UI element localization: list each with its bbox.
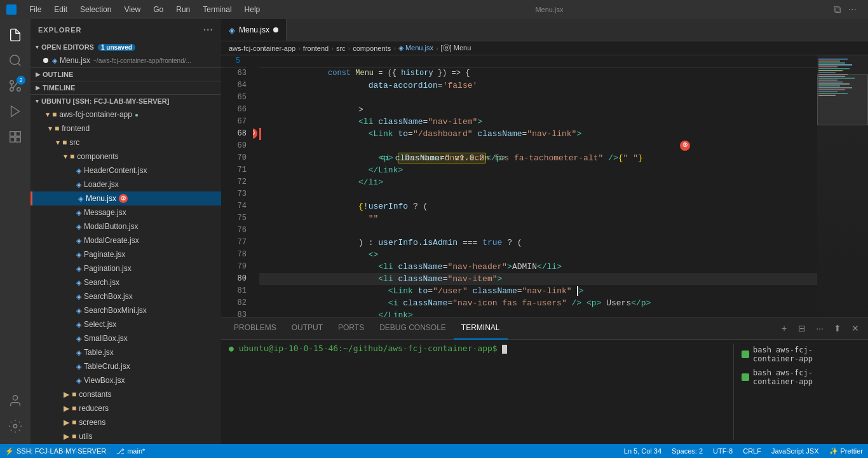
folder-constants[interactable]: ▶ ■ constants (31, 387, 221, 401)
jsx-icon: ◈ (76, 349, 81, 357)
file-SearchBoxMini[interactable]: ◈ SearchBoxMini.jsx (31, 303, 221, 317)
line-num-79: 79 (221, 261, 247, 273)
folder-name: aws-fcj-container-app (59, 110, 132, 119)
annotation-1: ① (253, 128, 257, 139)
filename: Menu.jsx (86, 194, 116, 203)
more-actions-btn[interactable]: ··· (848, 4, 857, 15)
tab-output[interactable]: OUTPUT (284, 317, 330, 340)
folder-frontend[interactable]: ▾ ■ frontend (31, 121, 221, 135)
status-encoding[interactable]: UTF-8 (708, 447, 738, 455)
svg-point-3 (10, 88, 14, 92)
open-editors-chevron: ▾ (36, 44, 39, 50)
bc-src[interactable]: src (336, 45, 346, 52)
line-num-71: 71 (221, 164, 247, 176)
jsx-icon: ◈ (76, 321, 81, 329)
remote-server-header[interactable]: ▾ UBUNTU [SSH: FCJ-LAB-MY-SERVER] (31, 95, 221, 108)
menu-edit[interactable]: Edit (49, 4, 72, 15)
folder-color-icon: ■ (72, 404, 76, 413)
tab-unsaved-dot (273, 27, 278, 32)
terminal-session-2[interactable]: bash aws-fcj-container-app (736, 366, 860, 388)
terminal-main[interactable]: ● ubuntu@ip-10-0-15-46:~/github/aws-fcj-… (229, 344, 728, 440)
menu-go[interactable]: Go (148, 4, 168, 15)
menu-help[interactable]: Help (240, 4, 266, 15)
line-num-65: 65 (221, 92, 247, 104)
folder-utils[interactable]: ▶ ■ utils (31, 429, 221, 443)
file-SearchBox[interactable]: ◈ SearchBox.jsx (31, 289, 221, 303)
tab-debug-console[interactable]: DEBUG CONSOLE (372, 317, 454, 340)
file-Loader[interactable]: ◈ Loader.jsx (31, 177, 221, 191)
file-Select[interactable]: ◈ Select.jsx (31, 317, 221, 331)
settings-activity-icon[interactable] (3, 413, 28, 439)
open-editor-menu-jsx[interactable]: ◈ Menu.jsx ~/aws-fcj-container-app/front… (31, 53, 221, 67)
bc-components[interactable]: components (353, 45, 391, 52)
bc-symbol[interactable]: [ⓔ] Menu (441, 43, 471, 53)
file-Message[interactable]: ◈ Message.jsx (31, 205, 221, 219)
extensions-activity-icon[interactable] (3, 124, 28, 149)
bc-frontend[interactable]: frontend (303, 45, 329, 52)
jsx-icon: ◈ (76, 307, 81, 315)
file-TableCrud[interactable]: ◈ TableCrud.jsx (31, 359, 221, 373)
split-editor-btn[interactable]: ⧉ (834, 4, 841, 15)
menu-run[interactable]: Run (171, 4, 195, 15)
tab-menu-jsx[interactable]: ◈ Menu.jsx (221, 19, 287, 41)
file-SmallBox[interactable]: ◈ SmallBox.jsx (31, 331, 221, 345)
file-HeaderContent[interactable]: ◈ HeaderContent.jsx (31, 163, 221, 177)
filename: ViewBox.jsx (84, 376, 125, 385)
split-terminal-btn[interactable]: ⊟ (794, 321, 810, 336)
new-terminal-btn[interactable]: + (776, 321, 792, 336)
folder-src[interactable]: ▾ ■ src (31, 135, 221, 149)
bc-app[interactable]: aws-fcj-container-app (229, 45, 295, 52)
file-Menu[interactable]: ◈ Menu.jsx ② (31, 191, 221, 205)
tab-terminal[interactable]: TERMINAL (454, 317, 508, 340)
terminal-session-1[interactable]: bash aws-fcj-container-app (736, 344, 860, 365)
close-panel-btn[interactable]: ✕ (848, 321, 863, 336)
jsx-icon: ◈ (76, 363, 81, 371)
menu-terminal[interactable]: Terminal (198, 4, 236, 15)
folder-components[interactable]: ▾ ■ components (31, 149, 221, 163)
tab-problems[interactable]: PROBLEMS (226, 317, 284, 340)
open-editors-header[interactable]: ▾ OPEN EDITORS 1 unsaved (31, 41, 221, 53)
code-editor[interactable]: 5 63 64 65 66 67 68 69 70 71 72 73 74 75… (221, 55, 868, 317)
search-activity-icon[interactable] (3, 48, 28, 73)
menu-selection[interactable]: Selection (75, 4, 116, 15)
menu-bar[interactable]: File Edit Selection View Go Run Terminal… (24, 4, 265, 15)
folder-reducers[interactable]: ▶ ■ reducers (31, 401, 221, 415)
status-formatter[interactable]: ✨ Prettier (824, 447, 868, 455)
file-Search[interactable]: ◈ Search.jsx (31, 275, 221, 289)
timeline-header[interactable]: ▶ TIMELINE (31, 81, 221, 95)
tab-ports[interactable]: PORTS (330, 317, 372, 340)
status-language[interactable]: JavaScript JSX (766, 447, 824, 455)
file-Pagination[interactable]: ◈ Pagination.jsx (31, 261, 221, 275)
menu-view[interactable]: View (119, 4, 146, 15)
file-Table[interactable]: ◈ Table.jsx (31, 345, 221, 359)
open-editor-path: ~/aws-fcj-container-app/frontend/... (93, 57, 191, 64)
explorer-activity-icon[interactable] (3, 22, 28, 48)
sidebar-more-btn[interactable]: ··· (203, 24, 214, 36)
bc-file[interactable]: ◈ Menu.jsx (398, 44, 433, 52)
file-icon: ◈ (52, 57, 57, 65)
editor-area: ◈ Menu.jsx aws-fcj-container-app › front… (221, 19, 868, 444)
run-debug-activity-icon[interactable] (3, 99, 28, 124)
menu-file[interactable]: File (24, 4, 46, 15)
file-Paginate[interactable]: ◈ Paginate.jsx (31, 247, 221, 261)
folder-color-icon: ■ (72, 432, 76, 441)
folder-aws-fcj[interactable]: ▾ ■ aws-fcj-container-app ● (31, 108, 221, 121)
session-icon-2 (742, 373, 749, 381)
status-branch-name[interactable]: ⎇ main* (111, 447, 150, 455)
status-eol[interactable]: CRLF (738, 447, 766, 455)
more-terminal-btn[interactable]: ··· (812, 321, 827, 336)
status-cursor[interactable]: Ln 5, Col 34 (619, 447, 667, 455)
code-content[interactable]: const Menu = ({ history }) => { data-acc… (253, 55, 817, 317)
status-remote[interactable]: ⚡ SSH: FCJ-LAB-MY-SERVER (0, 447, 111, 455)
folder-screens[interactable]: ▶ ■ screens (31, 415, 221, 429)
terminal-content[interactable]: ● ubuntu@ip-10-0-15-46:~/github/aws-fcj-… (221, 340, 868, 444)
status-spaces[interactable]: Spaces: 2 (667, 447, 708, 455)
panel: PROBLEMS OUTPUT PORTS DEBUG CONSOLE TERM… (221, 317, 868, 444)
file-ModalCreate[interactable]: ◈ ModalCreate.jsx (31, 233, 221, 247)
file-ModalButton[interactable]: ◈ ModalButton.jsx (31, 219, 221, 233)
account-activity-icon[interactable] (3, 388, 28, 413)
maximize-panel-btn[interactable]: ⬆ (830, 321, 845, 336)
source-control-activity-icon[interactable]: 2 (3, 73, 28, 99)
file-ViewBox[interactable]: ◈ ViewBox.jsx (31, 373, 221, 387)
outline-header[interactable]: ▶ OUTLINE (31, 68, 221, 81)
